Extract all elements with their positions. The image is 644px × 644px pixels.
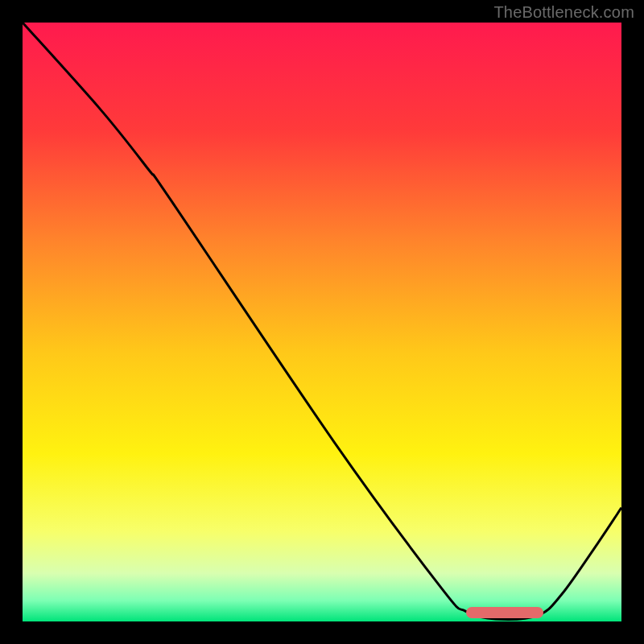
chart-area [23,23,621,621]
watermark-text: TheBottleneck.com [493,3,634,22]
curve-path [23,23,621,619]
bottleneck-curve [23,23,621,621]
optimal-range-marker [466,607,544,618]
